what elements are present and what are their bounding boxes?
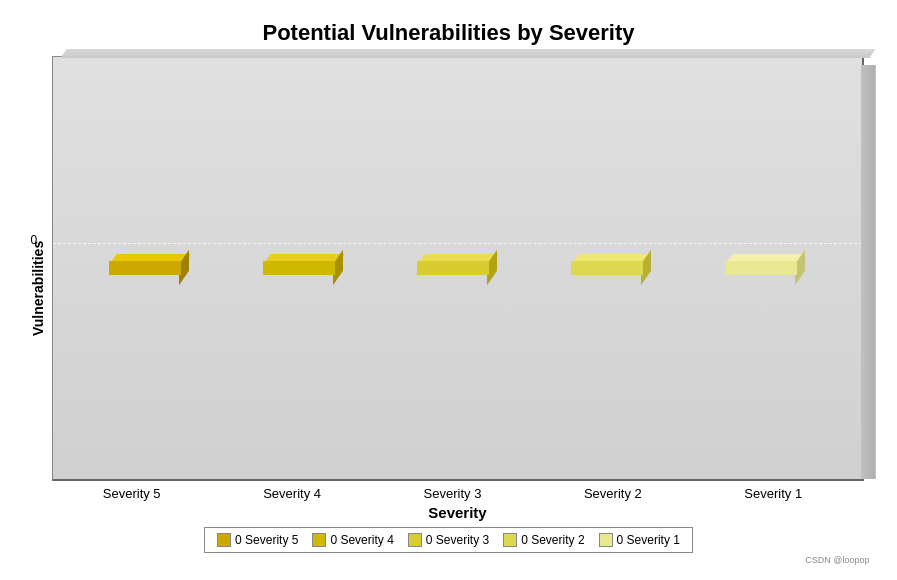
legend-label: 0 Severity 4 bbox=[330, 533, 393, 547]
y-axis-label: Vulnerabilities bbox=[24, 56, 52, 521]
x-axis-label: Severity 2 bbox=[558, 486, 668, 501]
chart-inner: 0 bbox=[52, 56, 874, 521]
x-axis-label: Severity 4 bbox=[237, 486, 347, 501]
bar-face bbox=[417, 261, 489, 275]
legend-item: 0 Severity 4 bbox=[312, 533, 393, 547]
bar-group bbox=[109, 261, 189, 275]
legend-label: 0 Severity 5 bbox=[235, 533, 298, 547]
legend-item: 0 Severity 1 bbox=[599, 533, 680, 547]
legend-label: 0 Severity 1 bbox=[617, 533, 680, 547]
bar-face bbox=[725, 261, 797, 275]
chart-container: Potential Vulnerabilities by Severity Vu… bbox=[14, 10, 884, 570]
bar-3d bbox=[263, 261, 343, 275]
plot-area: 0 bbox=[52, 56, 864, 481]
legend-label: 0 Severity 2 bbox=[521, 533, 584, 547]
legend-item: 0 Severity 5 bbox=[217, 533, 298, 547]
bars-row bbox=[53, 57, 862, 479]
bar-group bbox=[725, 261, 805, 275]
legend: 0 Severity 5 0 Severity 4 0 Severity 3 0… bbox=[204, 527, 693, 553]
legend-item: 0 Severity 2 bbox=[503, 533, 584, 547]
bar-face bbox=[109, 261, 181, 275]
legend-swatch bbox=[599, 533, 613, 547]
x-axis-label: Severity 1 bbox=[718, 486, 828, 501]
bar-3d bbox=[725, 261, 805, 275]
bar-face bbox=[263, 261, 335, 275]
x-axis-title: Severity bbox=[52, 504, 864, 521]
bar-3d bbox=[109, 261, 189, 275]
bar-3d bbox=[417, 261, 497, 275]
bar-face bbox=[571, 261, 643, 275]
x-axis-labels: Severity 5Severity 4Severity 3Severity 2… bbox=[52, 481, 864, 501]
x-axis-label: Severity 5 bbox=[77, 486, 187, 501]
y-zero-label: 0 bbox=[31, 233, 38, 247]
watermark: CSDN @loopop bbox=[24, 555, 874, 565]
legend-swatch bbox=[312, 533, 326, 547]
legend-label: 0 Severity 3 bbox=[426, 533, 489, 547]
bar-group bbox=[263, 261, 343, 275]
bar-group bbox=[417, 261, 497, 275]
chart-title: Potential Vulnerabilities by Severity bbox=[262, 20, 634, 46]
bar-3d bbox=[571, 261, 651, 275]
legend-swatch bbox=[408, 533, 422, 547]
bar-group bbox=[571, 261, 651, 275]
legend-swatch bbox=[217, 533, 231, 547]
legend-item: 0 Severity 3 bbox=[408, 533, 489, 547]
legend-swatch bbox=[503, 533, 517, 547]
chart-area: Vulnerabilities 0 bbox=[24, 56, 874, 521]
x-axis-label: Severity 3 bbox=[397, 486, 507, 501]
